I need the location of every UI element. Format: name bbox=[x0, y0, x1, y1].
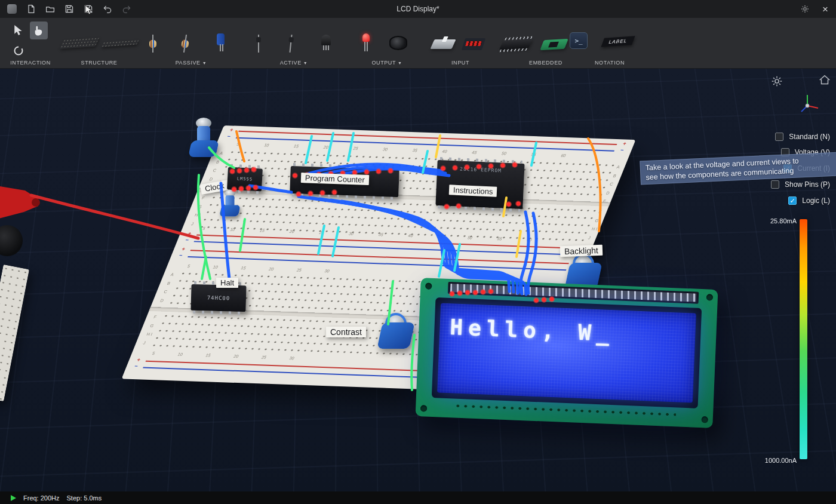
lcd-module[interactable]: Hello, W_ bbox=[416, 278, 718, 428]
show-pins-checkbox[interactable] bbox=[771, 180, 779, 189]
passive-dropdown-icon[interactable]: ▼ bbox=[202, 61, 207, 65]
option-standard[interactable]: Standard (N) bbox=[775, 131, 830, 142]
show-pins-label[interactable]: Show Pins (P) bbox=[785, 180, 830, 189]
section-input: INPUT bbox=[428, 18, 493, 69]
diode-component-2[interactable] bbox=[289, 35, 293, 53]
section-label-input: INPUT bbox=[428, 60, 493, 66]
section-label-passive[interactable]: PASSIVE ▼ bbox=[141, 60, 241, 66]
ic-74hc00-label: 74HC00 bbox=[207, 294, 230, 301]
section-active: ACTIVE ▼ bbox=[241, 18, 346, 69]
passive-label-text: PASSIVE bbox=[176, 60, 201, 66]
undo-icon[interactable] bbox=[102, 3, 113, 15]
section-label-interaction: INTERACTION bbox=[4, 60, 57, 66]
section-label-notation: NOTATION bbox=[565, 60, 654, 66]
rail-strip-component[interactable] bbox=[103, 41, 137, 46]
scale-max-label: 25.80mA bbox=[763, 217, 797, 225]
new-file-icon[interactable] bbox=[25, 3, 37, 15]
transistor-component[interactable] bbox=[321, 35, 331, 45]
terminal-note-component[interactable]: >_ bbox=[570, 32, 588, 49]
output-dropdown-icon[interactable]: ▼ bbox=[398, 61, 402, 65]
play-icon[interactable] bbox=[11, 495, 16, 501]
current-scale-bar bbox=[800, 219, 807, 459]
section-structure: STRUCTURE bbox=[57, 18, 141, 69]
section-label-active[interactable]: ACTIVE ▼ bbox=[241, 60, 346, 66]
titlebar: LCD Display* × bbox=[0, 0, 836, 18]
tag-instructions[interactable]: Instructions bbox=[449, 185, 497, 196]
ic-74hc00[interactable]: 74HC00 bbox=[190, 284, 246, 312]
dip-switch-component[interactable] bbox=[463, 38, 484, 50]
active-dropdown-icon[interactable]: ▼ bbox=[303, 61, 308, 65]
app-window: LCD Display* × INTERACTION bbox=[0, 0, 836, 504]
tag-backlight[interactable]: Backlight bbox=[560, 245, 603, 257]
statusbar: Freq: 200Hz Step: 5.0ms bbox=[0, 491, 836, 504]
standard-checkbox[interactable] bbox=[775, 133, 783, 141]
status-step: Step: 5.0ms bbox=[67, 494, 102, 502]
led-component[interactable] bbox=[362, 33, 370, 53]
label-tag-component[interactable]: LABEL bbox=[603, 37, 633, 46]
axis-gizmo[interactable] bbox=[794, 91, 820, 120]
section-label-output[interactable]: OUTPUT ▼ bbox=[346, 60, 428, 66]
standard-label[interactable]: Standard (N) bbox=[789, 133, 830, 141]
cursor-tool[interactable] bbox=[11, 23, 26, 38]
diode-component[interactable] bbox=[257, 35, 260, 53]
tag-halt[interactable]: Halt bbox=[216, 278, 238, 288]
section-passive: PASSIVE ▼ bbox=[141, 18, 241, 69]
tag-contrast[interactable]: Contrast bbox=[326, 327, 366, 337]
settings-gear-icon[interactable] bbox=[799, 3, 811, 15]
open-folder-icon[interactable] bbox=[44, 3, 56, 15]
save-icon[interactable] bbox=[63, 3, 75, 15]
column-numbers: 5 10 15 20 25 30 bbox=[152, 351, 295, 360]
terminal-glyph: >_ bbox=[570, 32, 588, 49]
buzzer-component[interactable] bbox=[389, 36, 407, 50]
home-icon[interactable] bbox=[818, 73, 831, 89]
option-show-pins[interactable]: Show Pins (P) bbox=[771, 179, 830, 190]
small-potentiometer[interactable] bbox=[220, 205, 239, 216]
microcontroller-component[interactable] bbox=[542, 39, 566, 50]
logic-checkbox[interactable] bbox=[788, 196, 797, 205]
resistor-component-2[interactable] bbox=[184, 35, 186, 53]
breadboard-component[interactable] bbox=[62, 38, 97, 48]
loop-tool[interactable] bbox=[11, 43, 26, 59]
hand-tool[interactable] bbox=[30, 21, 48, 39]
app-logo-icon bbox=[6, 3, 18, 15]
ic-lm555-label: LM555 bbox=[237, 176, 253, 182]
ic-eeprom-label: 28C16 EEPROM bbox=[460, 167, 502, 174]
section-label-structure: STRUCTURE bbox=[57, 60, 141, 66]
red-probe[interactable] bbox=[0, 175, 43, 222]
capacitor-component[interactable] bbox=[216, 33, 225, 51]
component-toolbar: INTERACTION STRUCTURE PASSIVE ▼ ACTIVE ▼… bbox=[0, 18, 836, 69]
option-logic[interactable]: Logic (L) bbox=[788, 195, 830, 206]
scene-viewport[interactable]: ++ −− 5 10 15 20 25 30 35 40 45 50 55 60… bbox=[0, 69, 836, 491]
mouse-cursor bbox=[85, 5, 93, 17]
ic-lm555[interactable]: LM555 bbox=[227, 167, 263, 192]
logic-label[interactable]: Logic (L) bbox=[802, 196, 830, 205]
scale-min-label: 1000.00nA bbox=[758, 457, 797, 464]
active-label-text: ACTIVE bbox=[280, 60, 302, 66]
status-freq: Freq: 200Hz bbox=[23, 494, 60, 502]
viewport-settings-icon[interactable] bbox=[770, 75, 783, 90]
lcd-bezel: Hello, W_ bbox=[432, 297, 702, 408]
output-label-text: OUTPUT bbox=[371, 60, 395, 66]
slide-switch-component[interactable] bbox=[432, 39, 454, 49]
section-notation: >_ LABEL NOTATION bbox=[565, 18, 654, 69]
resistor-component[interactable] bbox=[152, 35, 154, 53]
contrast-potentiometer[interactable] bbox=[380, 322, 412, 349]
close-icon[interactable]: × bbox=[819, 3, 831, 15]
clock-potentiometer[interactable] bbox=[190, 140, 217, 157]
section-interaction: INTERACTION bbox=[4, 18, 57, 69]
label-tag-text: LABEL bbox=[601, 36, 635, 47]
ic-chip-component[interactable] bbox=[502, 39, 530, 49]
redo-icon[interactable] bbox=[121, 3, 133, 15]
section-output: OUTPUT ▼ bbox=[346, 18, 428, 69]
